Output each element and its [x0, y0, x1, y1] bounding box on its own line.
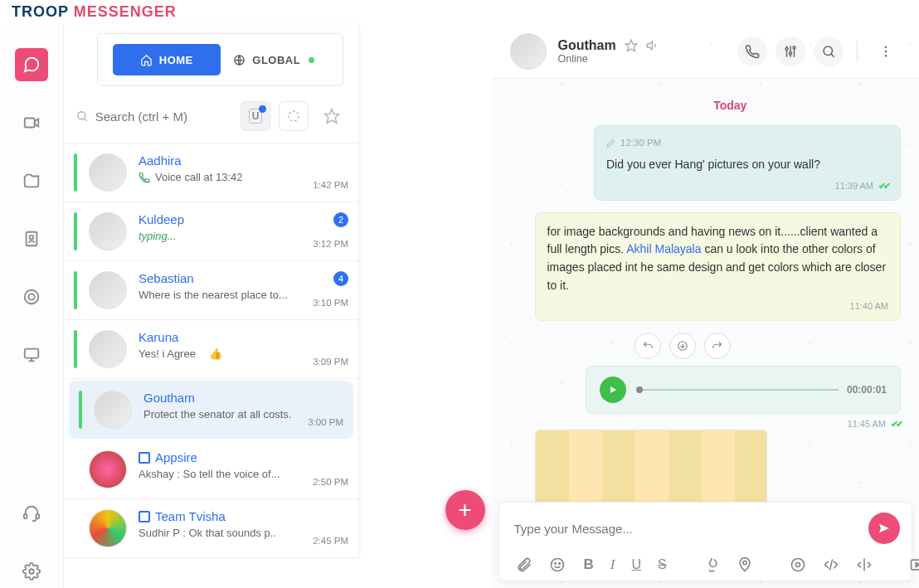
avatar: [89, 509, 127, 547]
scope-tabs: HOME GLOBAL: [97, 33, 343, 86]
play-button[interactable]: [600, 377, 626, 403]
message-text: Did you ever Hang' pictures on your wall…: [606, 156, 888, 174]
scroll-down-icon[interactable]: [669, 333, 696, 359]
side-rail: [0, 25, 64, 588]
svg-point-25: [558, 563, 560, 565]
strikethrough-icon[interactable]: S: [658, 557, 667, 572]
svg-marker-13: [625, 40, 636, 51]
search-row: U: [64, 95, 358, 143]
voice-message[interactable]: 00:00:01: [586, 366, 901, 414]
mute-icon[interactable]: [646, 39, 659, 52]
contact-name: Aadhira: [139, 153, 348, 168]
mention-link[interactable]: Akhil Malayala: [626, 242, 701, 255]
chat-contact-name: Goutham: [558, 38, 616, 53]
presence-bar: [74, 212, 77, 250]
app-logo: TROOP MESSENGER: [12, 3, 177, 20]
bold-icon[interactable]: B: [584, 556, 594, 573]
conversation-time: 3:10 PM: [313, 298, 348, 308]
favorite-filter-icon[interactable]: [317, 101, 347, 131]
conversation-item[interactable]: Aadhira Voice call at 13:42 1:42 PM: [64, 143, 358, 202]
code-icon[interactable]: [823, 556, 839, 573]
reply-back-icon[interactable]: [635, 333, 661, 359]
rail-video-icon[interactable]: [15, 106, 48, 139]
svg-marker-22: [610, 386, 616, 393]
rail-files-icon[interactable]: [15, 164, 48, 197]
conversation-list: Aadhira Voice call at 13:42 1:42 PM Kuld…: [64, 143, 358, 558]
video-clip-icon[interactable]: [909, 556, 919, 573]
rail-contacts-icon[interactable]: [15, 222, 48, 255]
conversation-time: 2:50 PM: [313, 477, 348, 487]
new-chat-fab[interactable]: +: [445, 490, 485, 530]
group-icon: [139, 511, 150, 522]
filter-loading-icon[interactable]: [279, 101, 309, 131]
svg-point-24: [554, 563, 556, 565]
chat-panel: Goutham Online Today: [492, 25, 920, 588]
search-field[interactable]: [75, 109, 232, 124]
more-options-button[interactable]: [871, 36, 901, 66]
message-received[interactable]: for image backgrounds and having news on…: [535, 212, 902, 322]
conversation-item[interactable]: Goutham Protect the senator at all costs…: [69, 381, 353, 439]
record-icon[interactable]: [790, 556, 806, 573]
svg-rect-5: [25, 349, 39, 358]
conversation-item[interactable]: Kuldeep typing... 2 3:12 PM: [64, 202, 358, 261]
rail-activity-icon[interactable]: [15, 280, 48, 313]
location-icon[interactable]: [737, 556, 753, 573]
presence-bar: [74, 153, 77, 192]
rail-support-icon[interactable]: [15, 497, 48, 530]
unread-badge: 4: [333, 271, 348, 286]
message-time: 11:39 AM: [835, 179, 873, 193]
tab-home-label: HOME: [159, 54, 193, 66]
message-input[interactable]: [511, 515, 861, 542]
svg-point-27: [791, 559, 804, 571]
conversation-item[interactable]: Appsire Akshay : So tell the voice of...…: [64, 440, 358, 499]
tab-global[interactable]: GLOBAL: [221, 44, 328, 75]
avatar: [89, 450, 127, 488]
rail-chats-icon[interactable]: [15, 48, 48, 81]
italic-icon[interactable]: I: [610, 556, 615, 573]
attach-icon[interactable]: [516, 556, 532, 573]
voice-track[interactable]: [636, 389, 839, 391]
edited-indicator: 12:30 PM: [606, 136, 888, 151]
settings-sliders-button[interactable]: [776, 36, 805, 66]
call-button[interactable]: [737, 36, 767, 66]
search-input[interactable]: [95, 109, 232, 124]
conversation-item[interactable]: Sebastian Where is the nearest place to.…: [64, 261, 358, 320]
svg-rect-6: [24, 514, 27, 519]
contact-name: Kuldeep: [139, 212, 348, 226]
star-icon[interactable]: [625, 39, 638, 52]
tab-global-label: GLOBAL: [252, 54, 300, 66]
svg-point-17: [824, 46, 833, 56]
voice-call-icon: [139, 172, 150, 183]
contact-name: Goutham: [143, 391, 343, 405]
message-sent[interactable]: 12:30 PM Did you ever Hang' pictures on …: [594, 125, 901, 201]
search-chat-button[interactable]: [814, 36, 844, 66]
presence-bar: [79, 391, 82, 429]
contact-name: Appsire: [139, 450, 348, 464]
send-button[interactable]: [868, 513, 900, 544]
conversation-item[interactable]: Karuna Yes! i Agree 👍 3:09 PM: [64, 320, 358, 379]
chat-avatar[interactable]: [510, 33, 547, 70]
voice-duration: 00:00:01: [847, 384, 887, 396]
svg-point-19: [885, 51, 887, 52]
unread-filter-icon[interactable]: U: [241, 101, 270, 131]
conversation-item[interactable]: Team Tvisha Sudhir P : Ok that sounds p.…: [64, 499, 358, 558]
conversation-time: 3:12 PM: [313, 239, 348, 249]
forkout-icon[interactable]: [856, 556, 873, 573]
svg-point-8: [29, 569, 34, 574]
svg-rect-7: [36, 514, 40, 519]
message-text: for image backgrounds and having news on…: [547, 225, 887, 292]
tab-home[interactable]: HOME: [113, 44, 221, 75]
forward-icon[interactable]: [704, 333, 731, 359]
unread-badge: 2: [333, 212, 348, 227]
emoji-icon[interactable]: [549, 556, 566, 573]
chat-header: Goutham Online: [492, 25, 920, 79]
svg-point-10: [78, 112, 85, 119]
rail-settings-icon[interactable]: [15, 555, 48, 588]
burnout-icon[interactable]: [703, 556, 720, 573]
read-receipt-icon: ✔✔: [891, 419, 901, 430]
underline-icon[interactable]: U: [631, 557, 641, 572]
conversation-time: 1:42 PM: [313, 180, 348, 190]
rail-desktop-icon[interactable]: [15, 338, 48, 372]
search-icon: [75, 109, 89, 124]
thumbs-up-icon: 👍: [209, 347, 222, 360]
